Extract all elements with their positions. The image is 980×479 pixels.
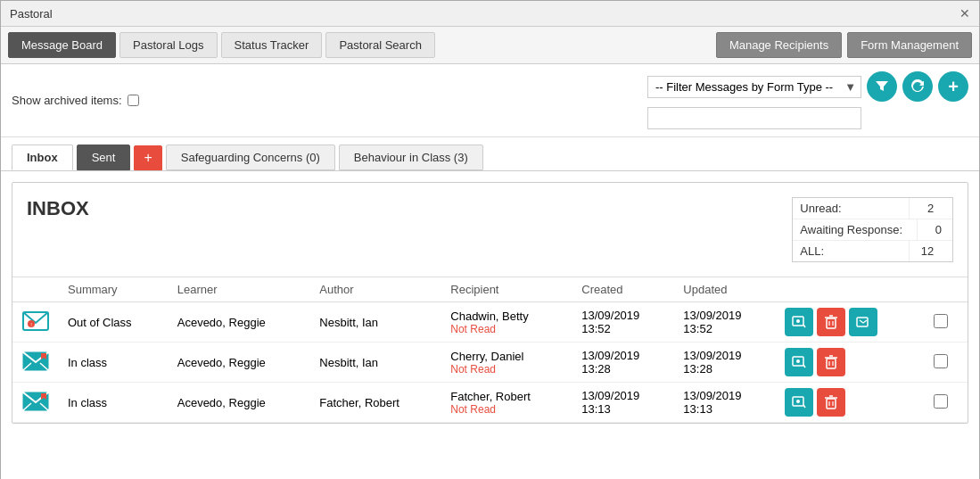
view-icon [792,316,806,328]
row2-checkbox-cell [925,343,968,383]
row1-learner: Acevedo, Reggie [169,302,311,343]
col-updated: Updated [674,277,776,302]
sub-tab-inbox[interactable]: Inbox [12,145,73,170]
row3-learner: Acevedo, Reggie [169,383,311,423]
sub-tab-safeguarding[interactable]: Safeguarding Concerns (0) [166,145,335,170]
row1-delete-button[interactable] [817,308,845,336]
svg-point-18 [796,359,800,363]
row2-checkbox[interactable] [934,354,948,368]
main-content: INBOX Unread: 2 Awaiting Response: 0 ALL… [1,171,979,479]
forward-icon [856,316,870,328]
col-learner: Learner [169,277,311,302]
row3-not-read: Not Read [450,403,564,416]
row2-delete-button[interactable] [817,348,845,376]
row3-summary: In class [59,383,169,423]
row3-recipient: Fatcher, Robert Not Read [441,383,572,423]
svg-line-29 [803,405,805,408]
row2-created: 13/09/2019 13:28 [572,343,674,383]
filter-row: -- Filter Messages by Form Type -- ▼ [647,71,968,102]
show-archived-checkbox[interactable] [128,95,139,106]
add-button[interactable]: + [938,71,968,102]
nav-tabs-left: Message Board Pastoral Logs Status Track… [8,32,435,58]
view-icon [792,396,806,409]
filter-area: -- Filter Messages by Form Type -- ▼ [647,71,968,129]
row1-view-button[interactable] [785,308,813,336]
row3-action-btns [785,388,915,417]
col-author: Author [310,277,441,302]
inbox-title: INBOX [27,197,792,220]
tab-message-board[interactable]: Message Board [8,32,116,58]
row1-icon-cell: ! [12,302,59,343]
inbox-stats: Unread: 2 Awaiting Response: 0 ALL: 12 [792,197,953,262]
all-value: 12 [909,241,944,261]
tab-status-tracker[interactable]: Status Tracker [221,32,323,58]
row1-checkbox-cell [925,302,968,343]
row3-view-button[interactable] [785,388,813,417]
row2-recipient: Cherry, Daniel Not Read [441,343,572,383]
sub-tabs-row: Inbox Sent + Safeguarding Concerns (0) B… [1,137,979,171]
view-icon [792,356,806,368]
row3-created: 13/09/2019 13:13 [572,383,674,423]
refresh-icon [910,79,925,94]
row1-checkbox[interactable] [934,314,948,328]
inbox-stat-awaiting: Awaiting Response: 0 [793,219,952,241]
tab-pastoral-search[interactable]: Pastoral Search [325,32,435,58]
filter-search-input[interactable] [647,107,861,129]
window-title: Pastoral [10,7,53,21]
row2-summary: In class [59,343,169,383]
row1-actions [776,302,924,343]
awaiting-value: 0 [917,219,952,240]
show-archived-area: Show archived items: [12,94,139,107]
row2-view-button[interactable] [785,348,813,376]
show-archived-label: Show archived items: [12,94,122,107]
email-flag2-icon [21,391,50,412]
close-button[interactable]: ✕ [959,6,970,21]
row2-actions [776,343,924,383]
sub-tab-behaviour[interactable]: Behaviour in Class (3) [339,145,483,170]
row3-recipient-name: Fatcher, Robert [450,390,564,403]
trash-icon [825,395,837,409]
row3-icon-cell [12,383,59,423]
col-checkbox [925,277,968,302]
svg-rect-6 [827,318,836,328]
col-actions [776,277,924,302]
col-recipient: Recipient [441,277,572,302]
filter-form-type-select[interactable]: -- Filter Messages by Form Type -- [647,76,861,98]
row3-actions [776,383,924,423]
row2-not-read: Not Read [450,363,564,376]
sub-tab-add[interactable]: + [134,145,161,170]
all-label: ALL: [793,241,909,261]
row3-updated: 13/09/2019 13:13 [674,383,776,423]
form-management-button[interactable]: Form Management [847,32,972,58]
row3-delete-button[interactable] [817,388,845,417]
unread-label: Unread: [793,198,909,219]
inbox-header: INBOX Unread: 2 Awaiting Response: 0 ALL… [12,183,968,277]
sub-tab-sent[interactable]: Sent [77,145,131,170]
row2-action-btns [785,348,915,376]
filter-funnel-button[interactable] [867,71,897,102]
row1-updated: 13/09/2019 13:52 [674,302,776,343]
email-flag-icon [21,351,50,372]
inbox-stat-all: ALL: 12 [793,241,952,261]
email-open-icon: ! [21,310,50,332]
unread-value: 2 [909,198,944,219]
row1-recipient: Chadwin, Betty Not Read [441,302,572,343]
title-bar: Pastoral ✕ [1,1,979,27]
inbox-stat-unread: Unread: 2 [793,198,952,219]
row1-action-btns [785,308,915,336]
col-icon [12,277,59,302]
row1-forward-button[interactable] [849,308,877,336]
svg-rect-31 [827,399,836,409]
row2-icon-cell [12,343,59,383]
table-row: ! Out of Class Acevedo, Reggie Nesbitt, … [12,302,968,343]
refresh-button[interactable] [902,71,933,102]
messages-table: Summary Learner Author Recipient Created… [12,277,968,423]
manage-recipients-button[interactable]: Manage Recipients [716,32,842,58]
row3-checkbox[interactable] [934,394,948,409]
col-created: Created [572,277,674,302]
col-summary: Summary [59,277,169,302]
row2-learner: Acevedo, Reggie [169,343,311,383]
row3-checkbox-cell [925,383,968,423]
row1-recipient-name: Chadwin, Betty [450,310,564,323]
tab-pastoral-logs[interactable]: Pastoral Logs [119,32,218,58]
